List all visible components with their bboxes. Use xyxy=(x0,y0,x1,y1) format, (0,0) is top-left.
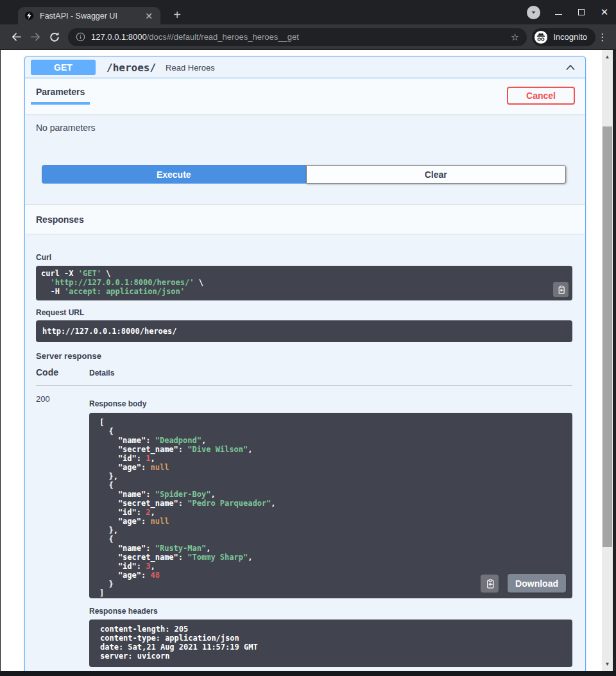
browser-menu-icon[interactable]: ⋮ xyxy=(595,31,610,43)
server-response-title: Server response xyxy=(36,351,572,361)
bookmark-star-icon[interactable]: ☆ xyxy=(511,31,519,43)
scrollbar-thumb[interactable] xyxy=(603,126,612,547)
maximize-button[interactable] xyxy=(576,7,586,17)
url-path: /docs#/default/read_heroes_heroes__get xyxy=(147,32,299,42)
tab-close-icon[interactable]: ✕ xyxy=(144,12,154,21)
scroll-down-icon[interactable]: ▼ xyxy=(602,661,613,667)
response-details: Response body [ { "name": "Deadpond", "s… xyxy=(89,394,572,667)
no-parameters-text: No parameters xyxy=(36,123,574,133)
response-headers-code: content-length: 205 content-type: applic… xyxy=(89,620,572,667)
tab-parameters[interactable]: Parameters xyxy=(31,87,90,105)
incognito-label: Incognito xyxy=(553,32,587,42)
new-tab-button[interactable]: + xyxy=(168,6,186,24)
execute-button[interactable]: Execute xyxy=(42,165,306,184)
response-headers-label: Response headers xyxy=(89,607,572,616)
parameters-body: No parameters xyxy=(25,114,585,133)
responses-section-header: Responses xyxy=(25,204,585,234)
forward-button[interactable] xyxy=(26,28,45,47)
status-code: 200 xyxy=(36,394,89,667)
response-body-label: Response body xyxy=(89,399,572,408)
url-text[interactable]: 127.0.0.1:8000/docs#/default/read_heroes… xyxy=(91,32,505,42)
scroll-up-icon[interactable]: ▲ xyxy=(602,54,613,60)
reload-button[interactable] xyxy=(45,28,64,47)
content-area: GET /heroes/ Read Heroes Parameters Canc… xyxy=(0,50,616,671)
page-info-icon[interactable] xyxy=(76,32,85,42)
method-badge: GET xyxy=(31,60,96,75)
swagger-page: GET /heroes/ Read Heroes Parameters Canc… xyxy=(0,50,602,671)
copy-response-button[interactable] xyxy=(481,575,499,593)
responses-body: Curl curl -X 'GET' \ 'http://127.0.0.1:8… xyxy=(25,234,585,671)
browser-tab[interactable]: FastAPI - Swagger UI ✕ xyxy=(18,7,160,24)
copy-curl-button[interactable] xyxy=(553,282,569,297)
window-right-edge xyxy=(613,50,616,671)
browser-window: FastAPI - Swagger UI ✕ + ✕ 127.0.0.1: xyxy=(0,0,616,676)
clear-button[interactable]: Clear xyxy=(306,165,566,184)
cancel-button[interactable]: Cancel xyxy=(507,87,575,105)
curl-label: Curl xyxy=(36,253,572,262)
window-bottom-edge xyxy=(0,671,616,676)
response-body-actions: Download xyxy=(481,574,566,593)
incognito-badge: Incognito xyxy=(532,28,595,46)
responses-title: Responses xyxy=(36,214,84,225)
profile-button[interactable] xyxy=(527,6,540,19)
response-row-200: 200 Response body [ { "name": "Deadpond"… xyxy=(36,386,572,667)
response-table-header: Code Details xyxy=(36,367,572,386)
code-column-header: Code xyxy=(36,367,89,377)
url-host: 127.0.0.1:8000 xyxy=(91,32,147,42)
details-column-header: Details xyxy=(89,367,114,377)
tab-title: FastAPI - Swagger UI xyxy=(40,12,138,21)
fastapi-favicon-icon xyxy=(24,11,34,21)
response-body-block: [ { "name": "Deadpond", "secret_name": "… xyxy=(89,413,572,598)
url-bar[interactable]: 127.0.0.1:8000/docs#/default/read_heroes… xyxy=(68,28,527,46)
curl-block: curl -X 'GET' \ 'http://127.0.0.1:8000/h… xyxy=(36,266,572,300)
window-controls: ✕ xyxy=(527,0,610,24)
parameters-section-header: Parameters Cancel xyxy=(25,78,585,114)
browser-toolbar: 127.0.0.1:8000/docs#/default/read_heroes… xyxy=(0,24,616,50)
collapse-chevron-icon[interactable] xyxy=(564,61,577,74)
back-button[interactable] xyxy=(6,28,26,47)
browser-titlebar: FastAPI - Swagger UI ✕ + ✕ xyxy=(0,0,616,24)
opblock-summary[interactable]: GET /heroes/ Read Heroes xyxy=(25,57,585,78)
endpoint-path: /heroes/ xyxy=(107,62,156,74)
vertical-scrollbar[interactable]: ▲ ▼ xyxy=(602,50,613,671)
endpoint-summary: Read Heroes xyxy=(166,63,564,73)
opblock-get-heroes: GET /heroes/ Read Heroes Parameters Canc… xyxy=(24,56,586,671)
execute-row: Execute Clear xyxy=(25,165,585,184)
curl-code: curl -X 'GET' \ 'http://127.0.0.1:8000/h… xyxy=(36,266,572,300)
response-body-code: [ { "name": "Deadpond", "secret_name": "… xyxy=(89,413,572,598)
close-window-button[interactable]: ✕ xyxy=(599,7,610,17)
minimize-button[interactable] xyxy=(553,7,563,17)
incognito-icon xyxy=(534,30,548,44)
download-button[interactable]: Download xyxy=(508,574,566,593)
request-url-label: Request URL xyxy=(36,308,572,317)
request-url-value: http://127.0.0.1:8000/heroes/ xyxy=(36,320,572,342)
